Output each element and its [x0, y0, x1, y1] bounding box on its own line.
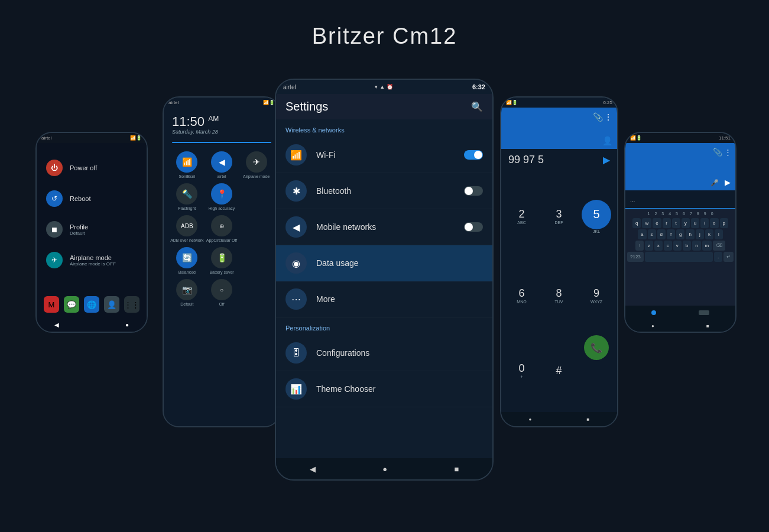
kb-q[interactable]: q: [632, 218, 641, 228]
phone1-apps-row: M 💬 🌐 👤 ⋮⋮: [37, 291, 147, 317]
mobile-toggle[interactable]: [464, 222, 483, 232]
airplane-item[interactable]: ✈ Airplane mode Airplane mode is OFF: [46, 247, 137, 273]
kb-space[interactable]: [645, 252, 713, 262]
dial-2[interactable]: 3 DEF: [541, 173, 577, 260]
p5-send-icon[interactable]: ▶: [725, 178, 731, 187]
dial-3[interactable]: 5 JKL: [578, 173, 615, 260]
kb-z[interactable]: z: [645, 241, 653, 251]
kb-f[interactable]: f: [667, 229, 675, 239]
hangouts-icon[interactable]: 💬: [64, 296, 79, 313]
power-off-item[interactable]: ⏻ Power off: [46, 155, 137, 181]
kb-c[interactable]: c: [664, 241, 672, 251]
qt-adb[interactable]: ADB ADB over network: [170, 215, 205, 242]
kb-a[interactable]: a: [638, 229, 646, 239]
kb-m[interactable]: m: [702, 241, 712, 251]
qt-appcircle[interactable]: ⊕ AppCircleBar Off: [205, 215, 239, 242]
section-wireless: Wireless & networks: [276, 119, 492, 137]
p4-attach-icon[interactable]: 📎: [593, 112, 603, 122]
airplane-toggle-icon: ✈: [246, 151, 267, 173]
qt-off[interactable]: ○ Off: [205, 279, 239, 306]
kb-v[interactable]: v: [673, 241, 682, 251]
p3-home-icon[interactable]: ●: [382, 465, 387, 473]
kb-enter[interactable]: ↵: [723, 252, 734, 262]
kb-e[interactable]: e: [653, 218, 661, 228]
kb-shift[interactable]: ↑: [635, 241, 644, 251]
kb-r[interactable]: r: [663, 218, 671, 228]
kb-h[interactable]: h: [686, 229, 694, 239]
kb-d[interactable]: d: [657, 229, 666, 239]
dial-5[interactable]: 8 TUV: [541, 261, 577, 331]
p3-search-icon[interactable]: 🔍: [471, 101, 483, 112]
dial-hash[interactable]: #: [541, 332, 577, 410]
qt-balanced[interactable]: 🔄 Balanced: [170, 247, 205, 274]
kb-w[interactable]: w: [642, 218, 651, 228]
dial-1[interactable]: 2 ABC: [504, 173, 540, 260]
kb-sym[interactable]: ?123: [627, 252, 644, 262]
qt-battery-label: Battery saver: [209, 270, 233, 274]
configurations-label: Configurations: [316, 348, 483, 358]
settings-more[interactable]: ⋯ More: [276, 281, 492, 317]
kb-period[interactable]: .: [714, 252, 722, 262]
call-button[interactable]: 📞: [584, 335, 609, 360]
qt-location[interactable]: 📍 High accuracy: [205, 183, 239, 210]
p5-more-icon[interactable]: ⋮: [724, 148, 732, 157]
qt-camera-label: Default: [180, 302, 193, 306]
profile-item[interactable]: ◼ Profile Default: [46, 216, 137, 242]
kb-o[interactable]: o: [710, 218, 718, 228]
kb-x[interactable]: x: [654, 241, 663, 251]
gmail-icon[interactable]: M: [44, 296, 59, 313]
dial-6[interactable]: 9 WXYZ: [578, 261, 615, 331]
qt-camera[interactable]: 📷 Default: [170, 279, 205, 306]
apps-icon[interactable]: ⋮⋮: [124, 296, 139, 313]
settings-bluetooth[interactable]: ✱ Bluetooth: [276, 173, 492, 209]
kb-i[interactable]: i: [700, 218, 709, 228]
wifi-settings-icon: 📶: [285, 144, 307, 166]
theme-chooser-icon: 📊: [285, 378, 307, 400]
kb-y[interactable]: y: [682, 218, 690, 228]
settings-data-usage[interactable]: ◉ Data usage: [276, 245, 492, 281]
p4-more-icon[interactable]: ⋮: [604, 112, 612, 122]
qt-location-label: High accuracy: [209, 206, 235, 210]
contacts-icon[interactable]: 👤: [104, 296, 119, 313]
home-icon[interactable]: ●: [125, 322, 129, 328]
kb-l[interactable]: l: [715, 229, 723, 239]
kb-u[interactable]: u: [691, 218, 699, 228]
phone2-frame: airtel 📶🔋 11:50 AM Saturday, March 28 📶 …: [163, 96, 281, 427]
kb-s[interactable]: s: [648, 229, 656, 239]
qt-flashlight[interactable]: 🔦 Flashlight: [170, 183, 205, 210]
dial-4[interactable]: 6 MNO: [504, 261, 540, 331]
qt-data[interactable]: ◀ airtel: [205, 151, 239, 179]
kb-k[interactable]: k: [705, 229, 713, 239]
globe-icon[interactable]: 🌐: [84, 296, 99, 313]
dial-7[interactable]: 0 +: [504, 332, 540, 410]
kb-n[interactable]: n: [692, 241, 700, 251]
kb-p[interactable]: p: [720, 218, 728, 228]
kb-b[interactable]: b: [683, 241, 691, 251]
settings-mobile-networks[interactable]: ◀ Mobile networks: [276, 209, 492, 245]
theme-chooser-label: Theme Chooser: [316, 384, 483, 394]
p3-back-icon[interactable]: ◀: [310, 465, 316, 473]
back-icon[interactable]: ◀: [54, 322, 59, 328]
kb-t[interactable]: t: [672, 218, 680, 228]
settings-configurations[interactable]: 🎛 Configurations: [276, 335, 492, 371]
qt-battery-saver[interactable]: 🔋 Battery saver: [205, 247, 239, 274]
bluetooth-toggle[interactable]: [464, 186, 483, 196]
dial-call-area: 📞: [578, 332, 615, 410]
qt-airplane[interactable]: ✈ Airplane mode: [239, 151, 274, 179]
p3-recents-icon[interactable]: ■: [454, 465, 459, 473]
wifi-toggle[interactable]: [464, 150, 483, 160]
kb-backspace[interactable]: ⌫: [713, 241, 725, 251]
kb-row-1: q w e r t y u i o p: [627, 218, 734, 228]
kb-g[interactable]: g: [676, 229, 684, 239]
kb-j[interactable]: j: [696, 229, 704, 239]
p5-input-bar[interactable]: ...: [625, 190, 735, 209]
more-settings-icon: ⋯: [285, 288, 307, 310]
settings-wifi[interactable]: 📶 Wi-Fi: [276, 137, 492, 173]
qt-wifi[interactable]: 📶 SoniBsnl: [170, 151, 205, 179]
p4-home-dot[interactable]: ●: [529, 417, 532, 422]
settings-theme-chooser[interactable]: 📊 Theme Chooser: [276, 371, 492, 407]
reboot-item[interactable]: ↺ Reboot: [46, 186, 137, 212]
p5-attach-icon[interactable]: 📎: [713, 148, 722, 157]
p5-mic-icon[interactable]: 🎤: [710, 179, 719, 187]
p4-square[interactable]: ■: [587, 417, 590, 422]
